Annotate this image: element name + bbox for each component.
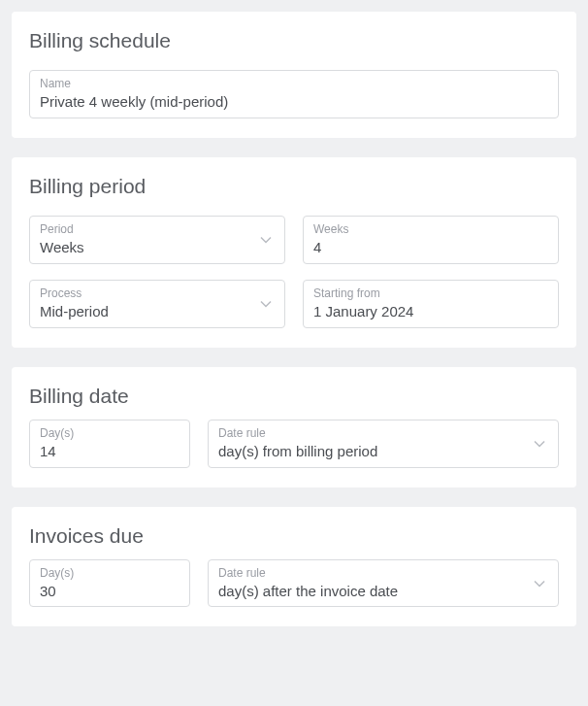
name-input[interactable]	[40, 92, 548, 112]
name-field[interactable]: Name	[29, 70, 559, 118]
billing-date-title: Billing date	[29, 385, 559, 408]
weeks-field[interactable]: Weeks	[303, 216, 559, 264]
weeks-label: Weeks	[313, 222, 548, 236]
billing-date-rule-value: day(s) from billing period	[218, 442, 548, 461]
billing-date-rule-select[interactable]: Date rule day(s) from billing period	[208, 420, 559, 468]
billing-date-days-input[interactable]	[40, 442, 180, 461]
invoices-due-rule-value: day(s) after the invoice date	[218, 582, 548, 601]
invoices-due-rule-select[interactable]: Date rule day(s) after the invoice date	[208, 559, 559, 608]
billing-date-days-label: Day(s)	[40, 426, 180, 440]
process-label: Process	[40, 286, 275, 300]
billing-date-days-field[interactable]: Day(s)	[29, 420, 190, 468]
billing-date-card: Billing date Day(s) Date rule day(s) fro…	[12, 367, 576, 487]
invoices-due-title: Invoices due	[29, 524, 559, 548]
starting-from-field[interactable]: Starting from	[303, 280, 559, 328]
billing-schedule-card: Billing schedule Name	[12, 12, 576, 138]
invoices-due-rule-label: Date rule	[218, 566, 548, 580]
weeks-input[interactable]	[313, 238, 548, 257]
billing-period-title: Billing period	[29, 175, 559, 198]
invoices-due-days-field[interactable]: Day(s)	[29, 559, 190, 608]
period-select[interactable]: Period Weeks	[29, 216, 285, 264]
starting-from-label: Starting from	[313, 286, 548, 300]
name-label: Name	[40, 77, 548, 90]
invoices-due-card: Invoices due Day(s) Date rule day(s) aft…	[12, 507, 576, 627]
invoices-due-days-input[interactable]	[40, 582, 180, 601]
period-label: Period	[40, 222, 275, 236]
invoices-due-days-label: Day(s)	[40, 566, 180, 580]
process-value: Mid-period	[40, 302, 275, 321]
billing-schedule-title: Billing schedule	[29, 29, 559, 52]
billing-period-card: Billing period Period Weeks Weeks Proces…	[12, 157, 576, 348]
period-value: Weeks	[40, 238, 275, 257]
process-select[interactable]: Process Mid-period	[29, 280, 285, 328]
billing-date-rule-label: Date rule	[218, 426, 548, 440]
starting-from-input[interactable]	[313, 302, 548, 321]
